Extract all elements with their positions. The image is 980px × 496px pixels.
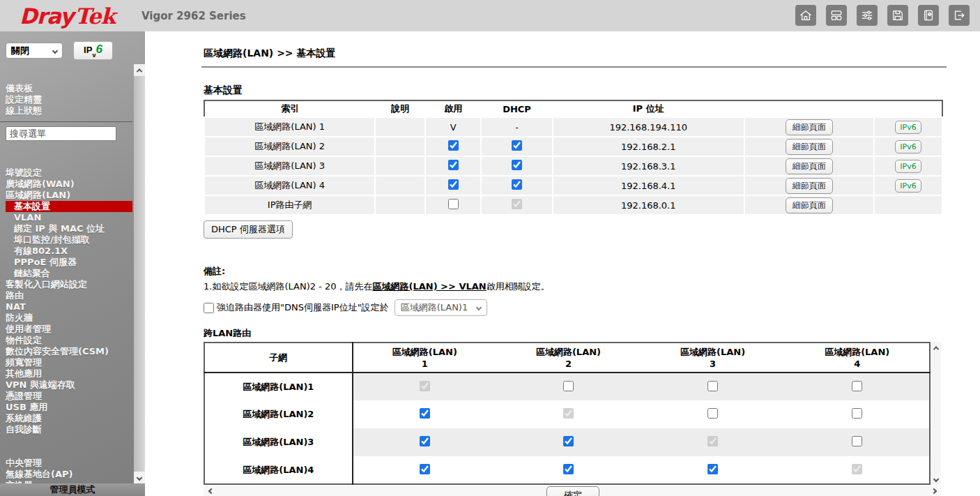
sidebar-item[interactable]: NAT	[0, 301, 145, 313]
sidebar-item[interactable]: 防火牆	[0, 313, 145, 324]
scroll-right-button[interactable]	[928, 486, 940, 496]
ip-address-cell: 192.168.194.110	[553, 117, 744, 137]
sidebar-item[interactable]: PPPoE 伺服器	[0, 257, 145, 268]
sidebar-item[interactable]: 有線802.1X	[0, 246, 145, 257]
details-page-button[interactable]: 細節頁面	[786, 197, 833, 213]
ipv6-button[interactable]: IPv6	[895, 121, 921, 134]
enable-checkbox[interactable]	[448, 199, 459, 209]
dhcp-checkbox[interactable]	[512, 160, 522, 170]
panels-icon[interactable]	[826, 5, 847, 26]
column-header: 啟用	[425, 100, 481, 117]
sidebar-item[interactable]: 線上狀態	[6, 105, 145, 117]
sidebar-item[interactable]: 儀表板	[6, 83, 145, 94]
enable-checkbox[interactable]	[448, 160, 459, 170]
routing-checkbox[interactable]	[420, 408, 430, 419]
routing-cell	[496, 428, 641, 456]
ipv6-toggle-button[interactable]: IPv6	[73, 41, 113, 60]
sidebar-item[interactable]: 無線基地台(AP)	[0, 469, 145, 480]
scroll-left-button[interactable]	[205, 486, 217, 496]
sidebar-item[interactable]: 數位內容安全管理(CSM)	[0, 346, 145, 357]
column-header: DHCP	[481, 100, 553, 117]
search-input[interactable]	[6, 126, 116, 141]
sidebar-item[interactable]: USB 應用	[0, 402, 145, 413]
sidebar-item[interactable]: 鏈結聚合	[0, 268, 145, 279]
details-page-button[interactable]: 細節頁面	[786, 119, 833, 135]
logout-icon[interactable]	[949, 5, 970, 26]
routing-checkbox[interactable]	[852, 408, 862, 419]
routing-cell	[641, 428, 786, 456]
vlan-link[interactable]: 區域網路(LAN) >> VLAN	[372, 281, 486, 292]
sidebar-item[interactable]: 自我診斷	[0, 424, 145, 435]
details-page-button[interactable]: 細節頁面	[786, 158, 833, 174]
routing-checkbox[interactable]	[563, 436, 574, 446]
routing-checkbox[interactable]	[852, 381, 862, 391]
sidebar-divider	[0, 121, 132, 122]
save-icon[interactable]	[887, 5, 908, 26]
sidebar-item[interactable]: 物件設定	[0, 335, 145, 346]
details-page-button[interactable]: 細節頁面	[786, 139, 833, 155]
sidebar-item[interactable]: 廣域網路(WAN)	[0, 179, 145, 190]
ipv6-button[interactable]: IPv6	[895, 179, 921, 193]
dhcp-checkbox[interactable]	[512, 140, 522, 151]
routing-checkbox	[563, 408, 574, 419]
sidebar-item[interactable]: 綁定 IP 與 MAC 位址	[0, 223, 145, 234]
chevron-down-icon	[475, 305, 481, 310]
menu-mode-select[interactable]: 關閉	[6, 43, 63, 59]
dns-force-checkbox[interactable]	[204, 303, 214, 313]
routing-checkbox[interactable]	[420, 464, 430, 474]
manual-icon[interactable]	[918, 5, 939, 26]
sliders-icon[interactable]	[857, 5, 878, 26]
routing-checkbox[interactable]	[707, 408, 718, 419]
dns-lan-select[interactable]: 區域網路(LAN)1	[395, 299, 487, 316]
routing-checkbox[interactable]	[852, 436, 862, 446]
ok-button[interactable]: 確定	[546, 486, 599, 496]
enable-cell	[425, 176, 481, 195]
scroll-down-button[interactable]	[931, 473, 942, 485]
ipv6-cell: IPv6	[874, 117, 942, 137]
routing-checkbox[interactable]	[420, 436, 430, 446]
scroll-down-button[interactable]	[134, 472, 145, 483]
sidebar-controls: 關閉 IPv6	[0, 31, 145, 60]
ip-address-cell: 192.168.2.1	[553, 137, 744, 156]
scroll-up-button[interactable]	[134, 64, 145, 76]
routing-cell	[496, 373, 641, 400]
scroll-up-button[interactable]	[931, 342, 942, 354]
details-page-button[interactable]: 細節頁面	[786, 178, 833, 194]
home-icon[interactable]	[795, 5, 816, 26]
logo-text-tek: Tek	[75, 3, 115, 29]
sidebar-item[interactable]: 其他應用	[0, 368, 145, 379]
sidebar-item[interactable]: VLAN	[0, 212, 145, 223]
dhcp-server-options-button[interactable]: DHCP 伺服器選項	[204, 220, 293, 239]
sidebar-item[interactable]: VPN 與遠端存取	[0, 379, 145, 391]
sidebar-scrollbar[interactable]	[134, 64, 145, 483]
routing-checkbox	[420, 381, 430, 391]
dns-lan-select-value: 區域網路(LAN)1	[401, 301, 468, 314]
sidebar-item[interactable]: 設定精靈	[6, 94, 145, 105]
routing-checkbox[interactable]	[563, 464, 574, 474]
routing-cell	[353, 428, 497, 456]
dns-force-row: 強迫路由器使用"DNS伺服器IP位址"設定於 區域網路(LAN)1	[204, 299, 980, 316]
dhcp-checkbox[interactable]	[512, 179, 522, 190]
sidebar-item[interactable]: 埠口監控/封包擷取	[0, 234, 145, 246]
sidebar-item[interactable]: 埠號設定	[0, 167, 145, 179]
dns-force-label: 強迫路由器使用"DNS伺服器IP位址"設定於	[217, 301, 389, 314]
sidebar-item[interactable]: 路由	[0, 290, 145, 301]
ipv6-button[interactable]: IPv6	[895, 140, 921, 153]
ipv6-button[interactable]: IPv6	[895, 160, 921, 173]
enable-checkbox[interactable]	[448, 179, 459, 190]
routing-cell	[785, 428, 930, 456]
routing-checkbox[interactable]	[563, 381, 574, 391]
sidebar-item[interactable]: 頻寬管理	[0, 357, 145, 368]
sidebar-item[interactable]: 系統維護	[0, 413, 145, 424]
sidebar-item[interactable]: 中央管理	[0, 458, 145, 469]
routing-checkbox[interactable]	[707, 381, 718, 391]
routing-vertical-scrollbar[interactable]	[931, 342, 941, 485]
enable-checkbox[interactable]	[448, 140, 459, 151]
sidebar-item[interactable]: 區域網路(LAN)	[0, 190, 145, 201]
sidebar-item[interactable]: 客製化入口網站設定	[0, 279, 145, 290]
lan-index-cell: 區域網路(LAN) 4	[204, 176, 375, 195]
sidebar-item[interactable]: 使用者管理	[0, 324, 145, 335]
sidebar-item[interactable]: 基本設置	[6, 201, 132, 212]
sidebar-item[interactable]: 憑證管理	[0, 391, 145, 402]
routing-checkbox[interactable]	[707, 464, 718, 474]
